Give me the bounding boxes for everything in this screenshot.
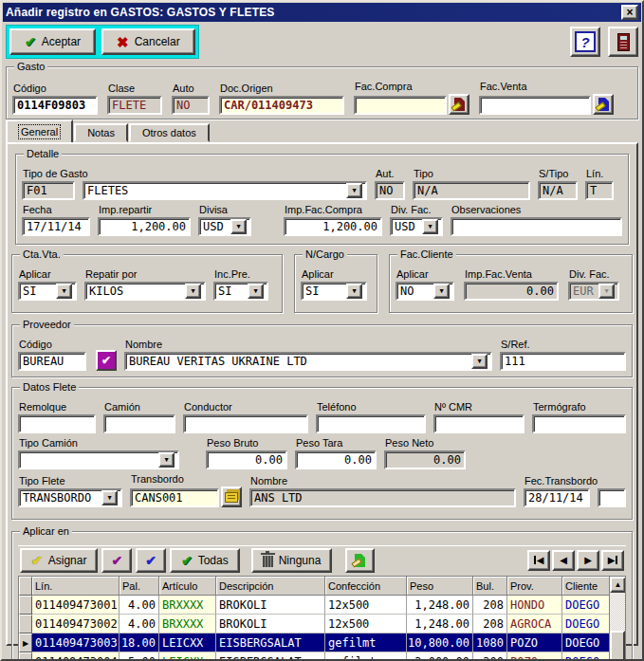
cta-aplicar-combo[interactable]: SI ▼	[18, 282, 77, 301]
fec-transbordo-extra-field[interactable]	[598, 488, 626, 507]
table-cell[interactable]: BRXXXX	[159, 615, 216, 633]
table-cell[interactable]: 011409473002	[32, 615, 120, 633]
chevron-down-icon[interactable]: ▼	[230, 219, 247, 234]
fac-venta-field[interactable]	[479, 96, 591, 115]
table-row[interactable]: 0114094730014.00BRXXXXBROKOLI12x5001,248…	[19, 596, 625, 615]
table-cell[interactable]: AGROCA	[507, 615, 562, 633]
conductor-field[interactable]	[183, 414, 308, 433]
prev-record-button[interactable]: ◀	[552, 550, 575, 571]
column-header[interactable]: Peso	[407, 577, 473, 596]
todas-button[interactable]: ✔ Todas	[170, 548, 240, 573]
table-cell[interactable]: 1,248.00	[407, 615, 473, 633]
check-purple-button[interactable]: ✔	[101, 548, 132, 573]
column-header[interactable]: Descripción	[216, 577, 325, 596]
chevron-down-icon[interactable]: ▼	[422, 219, 438, 234]
table-cell[interactable]: DOEGO	[562, 652, 612, 661]
table-cell[interactable]: 3,000.00	[407, 652, 473, 661]
termografo-field[interactable]	[532, 414, 626, 433]
table-cell[interactable]: BRXXXX	[159, 596, 216, 615]
chevron-down-icon[interactable]: ▼	[101, 490, 118, 505]
imp-fac-compra-field[interactable]: 1,200.00	[284, 217, 382, 236]
asignar-button[interactable]: ✔ Asignar	[20, 548, 98, 573]
table-cell[interactable]: 208	[473, 615, 507, 633]
table-cell[interactable]: BROKOLI	[216, 615, 325, 633]
peso-tara-field[interactable]: 0.00	[295, 450, 377, 469]
table-cell[interactable]: 10,800.00	[407, 633, 473, 652]
repatir-por-combo[interactable]: KILOS ▼	[84, 282, 206, 301]
tab-otros-datos[interactable]: Otros datos	[129, 123, 210, 142]
accept-button[interactable]: ✔ Aceptar	[9, 28, 96, 55]
div-fac-combo[interactable]: USD ▼	[390, 217, 443, 236]
telefono-field[interactable]	[316, 414, 426, 433]
table-cell[interactable]: 1,248.00	[407, 596, 473, 615]
table-row[interactable]: 0114094730024.00BRXXXXBROKOLI12x5001,248…	[19, 615, 625, 633]
proveedor-codigo-field[interactable]: BUREAU	[18, 352, 86, 371]
imp-repartir-field[interactable]: 1,200.00	[98, 217, 191, 236]
table-row[interactable]: 0114094730045.00LEICXXEISBERGSALATgefilm…	[19, 652, 625, 661]
ncargo-aplicar-combo[interactable]: SI ▼	[301, 282, 367, 301]
close-button[interactable]: ×	[621, 5, 638, 20]
tab-notas[interactable]: Notas	[74, 123, 128, 142]
fac-cliente-aplicar-combo[interactable]: NO ▼	[396, 282, 454, 301]
sref-field[interactable]: 111	[500, 352, 626, 371]
tipo-gasto-combo[interactable]: FLETES ▼	[83, 181, 367, 200]
peso-bruto-field[interactable]: 0.00	[206, 450, 287, 469]
table-cell[interactable]: gefilmt	[325, 652, 407, 661]
inc-pre-combo[interactable]: SI ▼	[213, 282, 268, 301]
tab-general[interactable]: General	[6, 119, 73, 142]
table-cell[interactable]: 4.00	[120, 596, 159, 615]
table-cell[interactable]: 12x500	[325, 596, 407, 615]
chevron-down-icon[interactable]: ▼	[185, 284, 201, 299]
check-blue-button[interactable]: ✔	[136, 548, 166, 573]
chevron-down-icon[interactable]: ▼	[346, 183, 362, 198]
table-cell[interactable]: LEICXX	[159, 633, 216, 652]
proveedor-nombre-combo[interactable]: BUREAU VERITAS UKRAINE LTD ▼	[124, 352, 492, 371]
calculator-button[interactable]	[608, 27, 638, 57]
fecha-field[interactable]: 17/11/14	[22, 217, 90, 236]
chevron-down-icon[interactable]: ▼	[471, 354, 488, 369]
table-cell[interactable]: 18.00	[120, 633, 159, 652]
fac-compra-field[interactable]	[354, 96, 447, 115]
table-cell[interactable]: 011409473003	[32, 633, 120, 652]
divisa-combo[interactable]: USD ▼	[198, 217, 251, 236]
table-cell[interactable]: 5.00	[120, 652, 159, 661]
column-header[interactable]: Artículo	[159, 577, 216, 596]
observaciones-field[interactable]	[451, 217, 622, 236]
table-cell[interactable]: 12x500	[325, 615, 407, 633]
table-cell[interactable]: gefilmt	[325, 633, 407, 652]
table-cell[interactable]: BROKOLI	[216, 596, 325, 615]
grid-vscrollbar[interactable]: ▲ ▼	[609, 577, 625, 661]
table-cell[interactable]: DOEGO	[562, 615, 612, 633]
table-cell[interactable]: POZO	[507, 652, 562, 661]
proveedor-lookup-button[interactable]: ✔	[96, 350, 117, 371]
transbordo-lookup-button[interactable]	[221, 487, 242, 507]
first-record-button[interactable]: ◀	[527, 550, 550, 571]
tipo-camion-combo[interactable]: ▼	[18, 450, 179, 469]
chevron-down-icon[interactable]: ▼	[248, 284, 264, 299]
fec-transbordo-field[interactable]: 28/11/14	[524, 488, 590, 507]
fac-compra-lookup-button[interactable]	[449, 94, 469, 115]
cancel-button[interactable]: ✖ Cancelar	[101, 28, 195, 55]
table-cell[interactable]: POZO	[507, 633, 562, 652]
column-header[interactable]: Lín.	[32, 577, 120, 596]
chevron-down-icon[interactable]: ▼	[158, 452, 175, 468]
column-header[interactable]: Pal.	[120, 577, 159, 596]
table-cell[interactable]: 208	[473, 596, 507, 615]
chevron-down-icon[interactable]: ▼	[433, 284, 450, 299]
camion-field[interactable]	[103, 414, 175, 433]
tipo-flete-combo[interactable]: TRANSBORDO ▼	[18, 488, 122, 507]
table-cell[interactable]: 300	[473, 652, 507, 661]
remolque-field[interactable]	[18, 414, 96, 433]
table-cell[interactable]: 4.00	[120, 615, 159, 633]
export-lines-button[interactable]	[345, 548, 375, 573]
chevron-down-icon[interactable]: ▼	[56, 284, 72, 299]
column-header[interactable]: Confección	[325, 577, 407, 596]
last-record-button[interactable]: ▶	[601, 550, 624, 571]
table-cell[interactable]: DOEGO	[562, 633, 612, 652]
table-cell[interactable]: HONDO	[507, 596, 562, 615]
column-header[interactable]: Cliente	[562, 577, 612, 596]
table-cell[interactable]: 011409473004	[32, 652, 120, 661]
cmr-field[interactable]	[433, 414, 524, 433]
help-button[interactable]: ?	[570, 27, 600, 57]
scroll-up-icon[interactable]: ▲	[610, 577, 626, 593]
